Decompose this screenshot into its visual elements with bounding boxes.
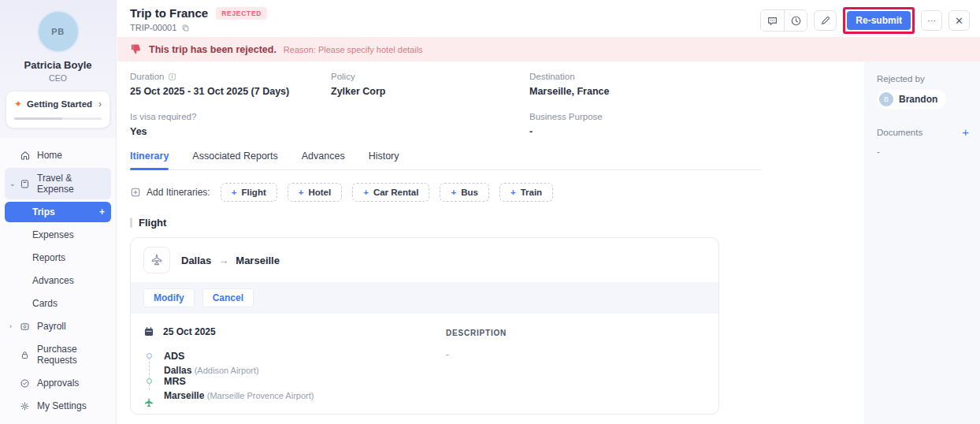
edit-button[interactable] [814, 10, 837, 31]
add-itinerary-icon [130, 187, 141, 198]
sidebar-item-approvals[interactable]: Approvals [5, 373, 111, 393]
trip-details: Duration 25 Oct 2025 - 31 Oct 2025 (7 Da… [130, 72, 864, 137]
chevron-down-icon: ⌄ [9, 180, 19, 188]
sidebar-item-cards[interactable]: Cards [5, 293, 111, 314]
plus-icon: + [451, 188, 456, 197]
flight-card: Dallas → Marseille Modify Cancel 25 Oct … [130, 237, 719, 415]
tab-advances[interactable]: Advances [302, 151, 345, 169]
profile-role: CEO [0, 73, 116, 83]
profile-name: Patricia Boyle [0, 59, 116, 71]
field-business-purpose: Business Purpose - [529, 112, 852, 137]
sidebar-item-label: Payroll [37, 321, 66, 332]
tab-bar: Itinerary Associated Reports Advances Hi… [130, 151, 762, 170]
main-content: Duration 25 Oct 2025 - 31 Oct 2025 (7 Da… [117, 61, 864, 424]
field-destination: Destination Marseille, France [529, 72, 852, 97]
plane-green-icon [143, 395, 154, 411]
sidebar-item-purchase-requests[interactable]: Purchase Requests [5, 339, 111, 370]
right-panel: Rejected by B Brandon Documents + - [864, 61, 980, 424]
departure-dot-icon [147, 353, 152, 359]
plus-icon: + [299, 188, 304, 197]
more-button[interactable]: ··· [921, 10, 942, 31]
sidebar-item-expenses[interactable]: Expenses [5, 225, 111, 245]
arrival-stop: MRS Marseille (Marseille Provence Airpor… [147, 376, 446, 401]
rejection-banner: This trip has been rejected. Reason: Ple… [117, 37, 980, 61]
field-duration: Duration 25 Oct 2025 - 31 Oct 2025 (7 Da… [130, 72, 331, 97]
home-icon [19, 150, 31, 161]
sidebar-item-label: Trips [32, 206, 55, 218]
check-circle-icon [19, 378, 31, 389]
add-document-button[interactable]: + [962, 126, 969, 138]
avatar[interactable]: PB [37, 10, 80, 53]
sidebar-item-home[interactable]: Home [5, 145, 111, 166]
flight-route: Dallas → Marseille [181, 255, 280, 266]
gear-icon [19, 401, 31, 411]
banner-reason: Reason: Please specify hotel details [284, 45, 423, 54]
tab-history[interactable]: History [369, 151, 399, 169]
sidebar-menu: Home ⌄ Travel & Expense Trips + Expenses… [0, 138, 116, 416]
flight-section-header: Flight [130, 217, 864, 229]
page-title: Trip to France [130, 6, 208, 20]
sparkle-icon: ✦ [14, 99, 22, 109]
copy-icon[interactable] [181, 24, 190, 32]
flight-actions: Modify Cancel [131, 282, 718, 314]
add-itineraries-row: Add Itineraries: + Flight + Hotel + Car … [130, 183, 864, 202]
lock-icon [19, 350, 31, 360]
getting-started-card[interactable]: ✦ Getting Started › [6, 91, 110, 128]
add-trip-icon[interactable]: + [99, 206, 105, 218]
modify-button[interactable]: Modify [143, 288, 195, 307]
trip-id: TRIP-00001 [130, 23, 176, 32]
sidebar-item-reports[interactable]: Reports [5, 247, 111, 268]
profile-section: PB Patricia Boyle CEO ✦ Getting Started … [0, 0, 116, 138]
sidebar-item-advances[interactable]: Advances [5, 270, 111, 291]
sidebar-item-label: Expenses [32, 229, 74, 240]
sidebar-item-my-settings[interactable]: My Settings [5, 396, 111, 416]
add-itineraries-label: Add Itineraries: [130, 187, 210, 198]
add-flight-button[interactable]: + Flight [221, 183, 277, 202]
close-button[interactable]: ✕ [948, 10, 970, 31]
flight-timeline: ADS Dallas (Addison Airport) [147, 351, 446, 401]
sidebar-item-label: Reports [32, 252, 65, 263]
departure-stop: ADS Dallas (Addison Airport) [147, 351, 446, 376]
add-train-button[interactable]: + Train [499, 183, 553, 202]
sidebar-item-label: Home [37, 150, 62, 161]
plane-icon [143, 247, 170, 273]
chevron-right-icon: › [98, 99, 102, 110]
thumbs-down-icon [130, 43, 142, 55]
getting-started-label: Getting Started [27, 99, 94, 109]
sidebar-item-label: Cards [32, 298, 58, 309]
cancel-button[interactable]: Cancel [202, 288, 254, 307]
arrow-right-icon: → [218, 255, 228, 266]
rejected-by-label: Rejected by [877, 74, 969, 84]
info-icon[interactable] [168, 73, 176, 81]
page-header: Trip to France REJECTED TRIP-00001 Re-su… [117, 0, 980, 37]
chevron-right-icon: › [9, 322, 19, 330]
add-bus-button[interactable]: + Bus [440, 183, 488, 202]
history-button[interactable] [784, 10, 807, 31]
rejected-by-user[interactable]: B Brandon [877, 90, 946, 109]
plus-icon: + [363, 188, 369, 197]
banner-title: This trip has been rejected. [149, 44, 277, 55]
sidebar-item-label: Advances [32, 275, 74, 286]
sidebar-item-trips[interactable]: Trips + [5, 202, 111, 222]
sidebar: PB Patricia Boyle CEO ✦ Getting Started … [0, 0, 117, 424]
arrival-dot-icon [147, 378, 152, 384]
header-controls: Re-submit ··· ✕ [760, 7, 970, 34]
annotation-highlight-box: Re-submit [843, 7, 915, 34]
sidebar-item-travel-expense[interactable]: ⌄ Travel & Expense [5, 168, 111, 199]
resubmit-button[interactable]: Re-submit [847, 11, 911, 30]
tab-associated-reports[interactable]: Associated Reports [192, 151, 277, 169]
plus-icon: + [510, 188, 516, 197]
flight-section-title: Flight [139, 217, 166, 229]
add-car-rental-button[interactable]: + Car Rental [352, 183, 429, 202]
plus-icon: + [232, 188, 237, 197]
flight-description: DESCRIPTION - [446, 326, 507, 401]
travel-expense-icon [19, 179, 31, 189]
comments-button[interactable] [761, 10, 784, 31]
tab-itinerary[interactable]: Itinerary [130, 151, 169, 169]
payroll-icon [19, 322, 31, 332]
add-hotel-button[interactable]: + Hotel [288, 183, 342, 202]
sidebar-item-label: Purchase Requests [37, 344, 106, 366]
sidebar-item-payroll[interactable]: › Payroll [5, 316, 111, 337]
documents-value: - [877, 147, 969, 158]
status-badge: REJECTED [216, 7, 267, 20]
